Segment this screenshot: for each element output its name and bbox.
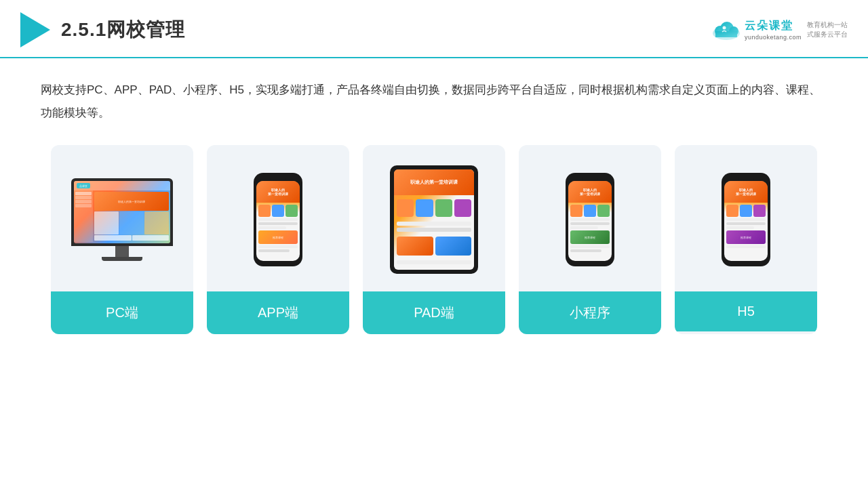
h5-image-area: 职途人的第一堂培训课 推荐课程: [675, 159, 817, 281]
h5-phone-screen: 职途人的第一堂培训课 推荐课程: [724, 181, 768, 261]
main-content: 网校支持PC、APP、PAD、小程序、H5，实现多端打通，产品各终端自由切换，数…: [0, 58, 868, 354]
svg-point-5: [722, 26, 726, 30]
pc-mockup: 品课堂 职途人的第一堂培训课: [71, 178, 173, 261]
monitor: 品课堂 职途人的第一堂培训课: [71, 178, 173, 246]
app-label: APP端: [207, 291, 349, 334]
miniapp-phone-screen: 职途人的第一堂培训课 推荐课程: [568, 181, 612, 261]
logo-triangle-icon: [20, 12, 50, 47]
pad-screen: 职途人的第一堂培训课: [394, 169, 474, 270]
pad-card: 职途人的第一堂培训课: [363, 145, 505, 334]
app-phone-mockup: 职途人的第一堂培训课 推荐课程: [254, 173, 302, 266]
brand-logo: 云朵课堂 yunduoketang.com: [711, 19, 802, 41]
brand-name: 云朵课堂 yunduoketang.com: [745, 19, 802, 41]
miniapp-image-area: 职途人的第一堂培训课 推荐课程: [519, 159, 661, 281]
h5-card: 职途人的第一堂培训课 推荐课程: [675, 145, 817, 334]
pc-card: 品课堂 职途人的第一堂培训课: [51, 145, 193, 334]
h5-phone-notch: [738, 177, 754, 180]
cloud-icon: [711, 20, 742, 40]
brand-logo-icon: 云朵课堂 yunduoketang.com: [711, 19, 802, 41]
app-screen-header: 职途人的第一堂培训课: [256, 181, 300, 203]
miniapp-screen-body: 推荐课程: [568, 203, 612, 254]
header-right: 云朵课堂 yunduoketang.com 教育机构一站 式服务云平台: [711, 19, 848, 41]
h5-label: H5: [675, 291, 817, 331]
svg-rect-4: [715, 31, 737, 37]
pad-mockup: 职途人的第一堂培训课: [390, 165, 478, 274]
description-text: 网校支持PC、APP、PAD、小程序、H5，实现多端打通，产品各终端自由切换，数…: [41, 79, 827, 125]
pc-label: PC端: [51, 291, 193, 334]
phone-notch: [270, 177, 286, 180]
pc-image-area: 品课堂 职途人的第一堂培训课: [51, 159, 193, 281]
header-left: 2.5.1网校管理: [20, 12, 185, 47]
miniapp-label: 小程序: [519, 291, 661, 334]
monitor-stand: [115, 246, 129, 257]
h5-screen-header: 职途人的第一堂培训课: [724, 181, 768, 203]
miniapp-card: 职途人的第一堂培训课 推荐课程: [519, 145, 661, 334]
pad-image-area: 职途人的第一堂培训课: [363, 159, 505, 281]
brand-slogan: 教育机构一站 式服务云平台: [807, 20, 848, 39]
pad-screen-header: 职途人的第一堂培训课: [394, 169, 474, 195]
miniapp-phone-mockup: 职途人的第一堂培训课 推荐课程: [566, 173, 614, 266]
app-image-area: 职途人的第一堂培训课 推荐课程: [207, 159, 349, 281]
header: 2.5.1网校管理: [0, 0, 868, 58]
monitor-base: [102, 257, 142, 261]
page-title: 2.5.1网校管理: [61, 17, 185, 43]
miniapp-phone-notch: [582, 177, 598, 180]
pad-label: PAD端: [363, 291, 505, 334]
pad-screen-body: [394, 195, 474, 267]
h5-screen-body: 推荐课程: [724, 203, 768, 250]
cards-section: 品课堂 职途人的第一堂培训课: [41, 145, 827, 334]
h5-phone-mockup: 职途人的第一堂培训课 推荐课程: [722, 173, 770, 266]
app-phone-screen: 职途人的第一堂培训课 推荐课程: [256, 181, 300, 261]
app-card: 职途人的第一堂培训课 推荐课程: [207, 145, 349, 334]
miniapp-screen-header: 职途人的第一堂培训课: [568, 181, 612, 203]
app-screen-body: 推荐课程: [256, 203, 300, 254]
monitor-screen: 品课堂 职途人的第一堂培训课: [74, 181, 170, 243]
